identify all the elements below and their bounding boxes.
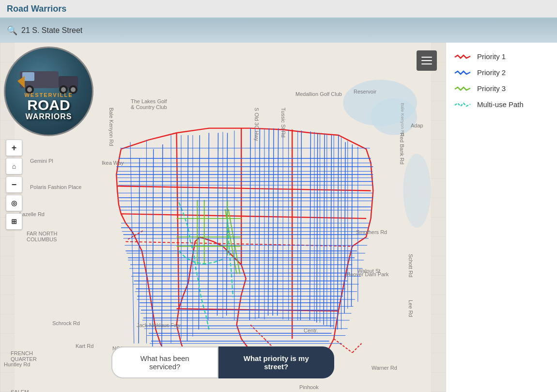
legend-item-priority1: Priority 1 <box>454 52 549 61</box>
legend-label-priority1: Priority 1 <box>477 52 506 61</box>
legend-line-priority3 <box>454 85 471 92</box>
menu-line-3 <box>421 63 432 64</box>
logo-overlay: WESTERVILLE ROAD WARRIORS <box>4 47 93 136</box>
search-icon: 🔍 <box>7 25 17 36</box>
main-area: 🔍 <box>0 18 557 392</box>
logo-road-text: ROAD <box>13 98 85 112</box>
logo-circle: WESTERVILLE ROAD WARRIORS <box>4 47 93 136</box>
home-button[interactable]: ⌂ <box>6 158 22 174</box>
legend-line-priority1 <box>454 53 471 60</box>
legend-panel: Priority 1 Priority 2 Priority 3 <box>446 43 557 392</box>
svg-text:Bale Kenyon Rd: Bale Kenyon Rd <box>400 103 405 136</box>
bottom-buttons: What has been serviced? What priority is… <box>111 346 334 378</box>
legend-item-multiuse: Multi-use Path <box>454 100 549 109</box>
serviced-button[interactable]: What has been serviced? <box>111 346 218 378</box>
legend-label-multiuse: Multi-use Path <box>477 100 524 109</box>
map-container[interactable]: Bale Kenyon Rd Reservoir Medallion Golf … <box>0 43 446 392</box>
legend-label-priority3: Priority 3 <box>477 84 506 93</box>
location-button[interactable]: ◎ <box>6 195 22 211</box>
logo-truck-icon <box>15 57 83 97</box>
legend-label-priority2: Priority 2 <box>477 68 506 77</box>
svg-point-2 <box>371 98 417 135</box>
menu-line-2 <box>421 60 432 61</box>
layers-button[interactable]: ⊞ <box>6 213 22 230</box>
menu-line-1 <box>421 57 432 58</box>
legend-item-priority3: Priority 3 <box>454 84 549 93</box>
menu-button[interactable] <box>417 50 437 71</box>
svg-point-116 <box>27 87 32 92</box>
svg-point-3 <box>403 154 431 228</box>
search-input[interactable] <box>21 26 167 35</box>
map-area: Bale Kenyon Rd Reservoir Medallion Golf … <box>0 43 557 392</box>
priority-button[interactable]: What priority is my street? <box>218 346 334 378</box>
zoom-out-button[interactable]: − <box>6 176 22 193</box>
zoom-in-button[interactable]: + <box>6 140 22 156</box>
logo-warriors-text: WARRIORS <box>13 112 85 121</box>
logo-text: WESTERVILLE ROAD WARRIORS <box>13 92 85 121</box>
legend-line-multiuse <box>454 101 471 108</box>
map-controls: + ⌂ − ◎ ⊞ <box>6 140 22 230</box>
app-title: Road Warriors <box>7 4 66 14</box>
title-bar: Road Warriors <box>0 0 557 18</box>
legend-item-priority2: Priority 2 <box>454 68 549 77</box>
svg-point-118 <box>61 87 66 92</box>
search-bar: 🔍 <box>0 18 557 43</box>
svg-point-120 <box>71 87 76 92</box>
legend-line-priority2 <box>454 69 471 76</box>
